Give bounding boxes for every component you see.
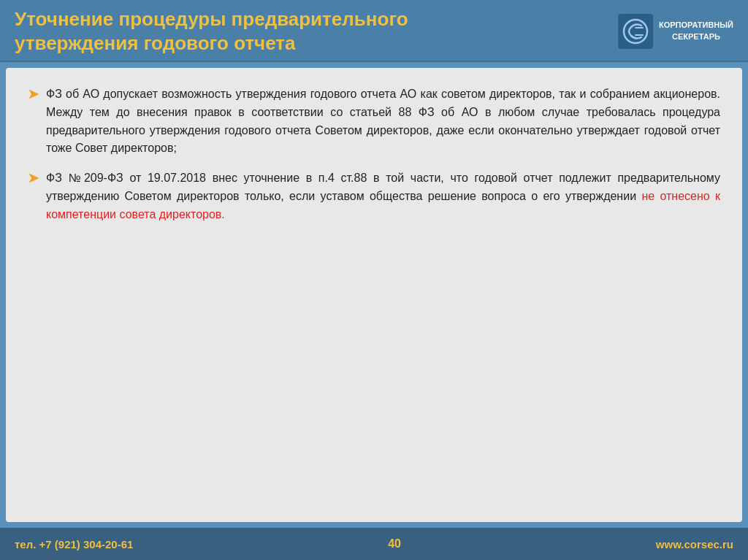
logo-text: КОРПОРАТИВНЫЙ СЕКРЕТАРЬ [659,20,733,42]
footer: тел. +7 (921) 304-20-61 40 www.corsec.ru [0,528,748,560]
title-line2: утверждения годового отчета [15,32,296,54]
bullet-text-1: ФЗ об АО допускает возможность утвержден… [46,85,720,158]
title-line1: Уточнение процедуры предварительного [15,8,408,30]
bullet-text-2: ФЗ №209-ФЗ от 19.07.2018 внес уточнение … [46,169,720,223]
logo-area: КОРПОРАТИВНЫЙ СЕКРЕТАРЬ [618,14,733,49]
main-content: ➤ ФЗ об АО допускает возможность утвержд… [6,68,742,522]
logo-svg [622,18,649,45]
logo-icon [618,14,653,49]
header: Уточнение процедуры предварительного утв… [0,0,748,62]
bullet-item-1: ➤ ФЗ об АО допускает возможность утвержд… [28,85,720,158]
bullet-arrow-1: ➤ [28,86,39,102]
bullet-item-2: ➤ ФЗ №209-ФЗ от 19.07.2018 внес уточнени… [28,169,720,223]
footer-page-number: 40 [388,537,401,551]
bullet-text-2-before: ФЗ №209-ФЗ от 19.07.2018 внес уточнение … [46,172,720,202]
svg-point-0 [624,20,647,43]
logo-line2: СЕКРЕТАРЬ [659,31,733,42]
logo-line1: КОРПОРАТИВНЫЙ [659,20,733,31]
bullet-arrow-2: ➤ [28,170,39,186]
footer-website: www.corsec.ru [656,538,733,551]
footer-phone: тел. +7 (921) 304-20-61 [15,538,133,551]
header-title: Уточнение процедуры предварительного утв… [15,7,603,55]
